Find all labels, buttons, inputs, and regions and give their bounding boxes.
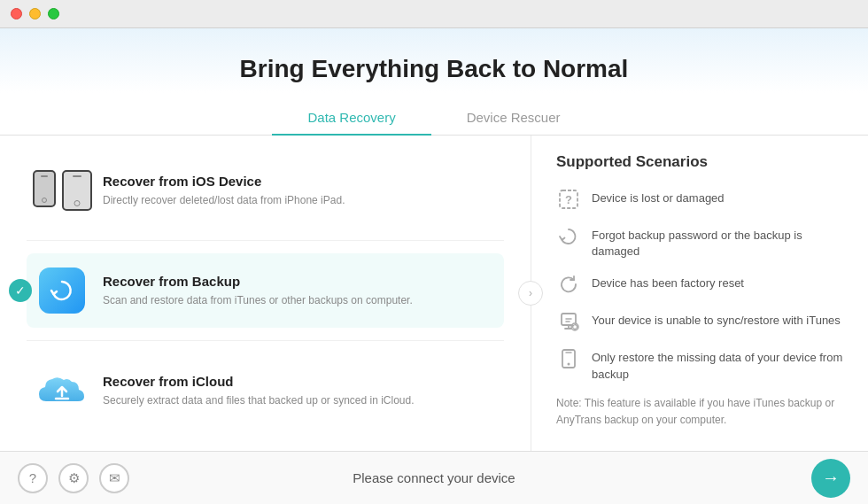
backup-icon [35,264,89,317]
settings-button[interactable]: ⚙ [58,463,89,493]
selected-check-icon: ✓ [9,279,32,302]
content-panel: Recover from iOS Device Directly recover… [0,136,868,451]
close-button[interactable] [11,8,22,19]
arrow-right-icon: → [822,468,840,488]
recover-from-backup-option[interactable]: ✓ Recover from Backup Scan and restore d… [27,253,504,328]
bottom-left-icons: ? ⚙ ✉ [18,463,129,493]
svg-text:?: ? [565,193,572,206]
scenario-forgot-backup: Forgot backup password or the backup is … [556,224,843,260]
right-panel: Supported Scenarios ? Device is lost or … [531,136,868,451]
recover-from-icloud-option[interactable]: Recover from iCloud Securely extract dat… [27,353,504,428]
mail-icon: ✉ [109,470,120,486]
ios-device-icon [35,164,89,217]
help-button[interactable]: ? [18,463,48,493]
next-button[interactable]: → [811,459,850,498]
question-box-icon: ? [556,187,581,212]
scenario-sync-restore: Your device is unable to sync/restore wi… [556,309,843,334]
minimize-button[interactable] [29,8,41,19]
mail-button[interactable]: ✉ [99,463,129,493]
status-text: Please connect your device [353,470,515,485]
tab-data-recovery[interactable]: Data Recovery [272,101,430,136]
scenario-missing-data: Only restore the missing data of your de… [556,346,843,382]
scenarios-title: Supported Scenarios [556,153,843,171]
sync-icon [556,309,581,334]
backup-lock-icon [556,224,581,249]
left-panel: Recover from iOS Device Directly recover… [0,136,531,451]
scenario-factory-reset-text: Device has been factory reset [592,272,744,291]
scenario-sync-restore-text: Your device is unable to sync/restore wi… [592,309,841,329]
backup-option-desc: Scan and restore data from iTunes or oth… [103,292,413,308]
backup-option-title: Recover from Backup [103,274,413,289]
gear-icon: ⚙ [68,470,80,486]
scenario-lost-damaged-text: Device is lost or damaged [592,187,725,206]
scenario-forgot-backup-text: Forgot backup password or the backup is … [592,224,843,260]
maximize-button[interactable] [48,8,59,19]
backup-option-text: Recover from Backup Scan and restore dat… [103,274,413,308]
ios-option-text: Recover from iOS Device Directly recover… [103,174,345,208]
tab-bar: Data Recovery Device Rescuer [0,101,868,136]
help-icon: ? [29,470,36,485]
device-restore-icon [556,346,581,371]
recover-from-ios-option[interactable]: Recover from iOS Device Directly recover… [27,153,504,228]
icloud-option-text: Recover from iCloud Securely extract dat… [103,374,415,408]
svg-point-10 [568,363,570,366]
icloud-option-title: Recover from iCloud [103,374,415,389]
ios-option-desc: Directly recover deleted/lost data from … [103,192,345,208]
title-bar [0,0,868,28]
panel-expand-arrow[interactable]: › [518,281,543,306]
page-title: Bring Everything Back to Normal [0,55,868,83]
icloud-option-desc: Securely extract data and files that bac… [103,392,415,408]
bottom-bar: ? ⚙ ✉ Please connect your device → [0,451,868,504]
scenario-lost-damaged: ? Device is lost or damaged [556,187,843,212]
main-content: Bring Everything Back to Normal Data Rec… [0,28,868,451]
icloud-icon [35,364,89,417]
scenario-missing-data-text: Only restore the missing data of your de… [592,346,843,382]
scenarios-note: Note: This feature is available if you h… [556,395,843,429]
scenario-factory-reset: Device has been factory reset [556,272,843,297]
header: Bring Everything Back to Normal Data Rec… [0,28,868,136]
tab-device-rescuer[interactable]: Device Rescuer [431,101,596,136]
reset-icon [556,272,581,297]
ios-option-title: Recover from iOS Device [103,174,345,189]
